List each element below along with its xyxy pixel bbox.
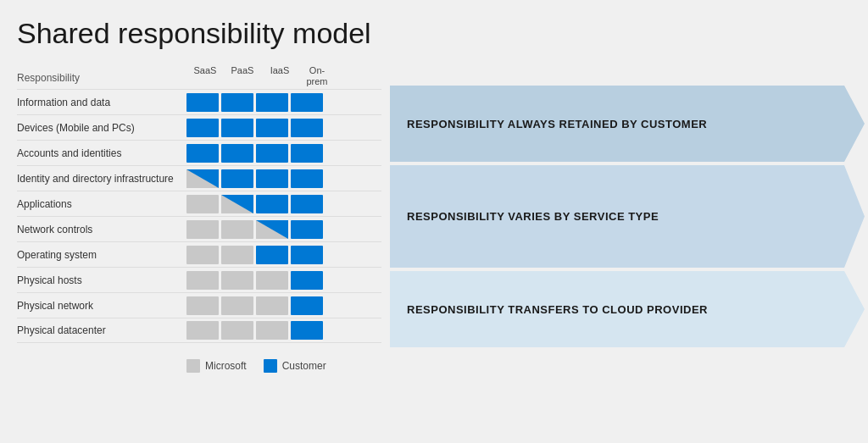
col-header-saas: SaaS (186, 65, 224, 87)
row-cells (186, 246, 356, 264)
table-row: Applications (17, 191, 381, 216)
col-header-iaas: IaaS (261, 65, 298, 87)
row-label: Accounts and identities (17, 147, 186, 159)
cell (291, 220, 323, 239)
table-section: Responsibility SaaS PaaS IaaS On-prem In… (17, 65, 381, 351)
col-header-onprem: On-prem (298, 65, 336, 87)
table-row: Operating system (17, 241, 381, 267)
cell (291, 144, 323, 163)
cell (221, 119, 253, 137)
row-label: Information and data (17, 97, 186, 108)
cell (186, 169, 219, 188)
row-cells (186, 271, 356, 290)
cell (256, 144, 288, 163)
table-rows: Information and dataDevices (Mobile and … (17, 89, 381, 343)
table-row: Identity and directory infrastructure (17, 165, 381, 191)
cell (256, 296, 288, 315)
cell (221, 246, 253, 264)
legend-customer-box (264, 359, 277, 373)
cell (186, 93, 219, 112)
row-cells (186, 296, 356, 315)
row-cells (186, 321, 356, 340)
cell (186, 195, 219, 213)
row-label: Devices (Mobile and PCs) (17, 122, 186, 134)
arrow-label: RESPONSIBILITY ALWAYS RETAINED BY CUSTOM… (390, 118, 741, 130)
cell (221, 321, 253, 340)
col-header-paas: PaaS (224, 65, 261, 87)
page-container: Shared responsibility model Responsibili… (0, 0, 868, 443)
arrow-band: RESPONSIBILITY TRANSFERS TO CLOUD PROVID… (390, 271, 865, 347)
row-cells (186, 93, 356, 112)
cell (186, 271, 219, 290)
legend-microsoft: Microsoft (186, 359, 247, 373)
cell (186, 246, 219, 264)
table-row: Devices (Mobile and PCs) (17, 114, 381, 140)
legend: Microsoft Customer (17, 359, 851, 373)
row-label: Physical network (17, 300, 186, 312)
cell (221, 296, 253, 315)
cell (186, 321, 219, 340)
cell (291, 296, 323, 315)
cell (256, 195, 288, 213)
cell (221, 144, 253, 163)
table-row: Network controls (17, 216, 381, 241)
table-row: Physical hosts (17, 267, 381, 292)
row-cells (186, 144, 356, 163)
cell (256, 271, 288, 290)
cell (256, 119, 288, 137)
legend-microsoft-box (186, 359, 200, 373)
chart-area: Responsibility SaaS PaaS IaaS On-prem In… (17, 65, 851, 351)
cell (221, 169, 253, 188)
cell (186, 119, 219, 137)
row-cells (186, 169, 356, 188)
column-headers: SaaS PaaS IaaS On-prem (186, 65, 356, 87)
row-label: Network controls (17, 224, 186, 235)
table-row: Physical network (17, 292, 381, 318)
cell (291, 195, 323, 213)
arrows-section: RESPONSIBILITY ALWAYS RETAINED BY CUSTOM… (390, 86, 865, 351)
table-row: Information and data (17, 89, 381, 114)
cell (256, 169, 288, 188)
row-label: Applications (17, 198, 186, 210)
row-label: Physical datacenter (17, 324, 186, 336)
cell (291, 119, 323, 137)
cell (291, 321, 323, 340)
legend-customer-label: Customer (282, 360, 326, 372)
cell (256, 321, 288, 340)
cell (291, 169, 323, 188)
row-cells (186, 119, 356, 137)
cell (291, 246, 323, 264)
arrow-band: RESPONSIBILITY VARIES BY SERVICE TYPE (390, 165, 865, 268)
table-row: Physical datacenter (17, 318, 381, 343)
cell (186, 296, 219, 315)
cell (221, 220, 253, 239)
table-header: Responsibility SaaS PaaS IaaS On-prem (17, 65, 381, 87)
cell (256, 246, 288, 264)
cell (291, 93, 323, 112)
cell (221, 271, 253, 290)
cell (221, 195, 253, 213)
responsibility-header: Responsibility (17, 72, 186, 87)
legend-customer: Customer (264, 359, 326, 373)
row-cells (186, 220, 356, 239)
arrow-band: RESPONSIBILITY ALWAYS RETAINED BY CUSTOM… (390, 86, 865, 162)
arrow-label: RESPONSIBILITY TRANSFERS TO CLOUD PROVID… (390, 303, 742, 316)
cell (291, 271, 323, 290)
arrow-label: RESPONSIBILITY VARIES BY SERVICE TYPE (390, 210, 693, 223)
row-label: Physical hosts (17, 274, 186, 286)
row-cells (186, 195, 356, 213)
cell (186, 220, 219, 239)
cell (221, 93, 253, 112)
row-label: Operating system (17, 249, 186, 261)
cell (186, 144, 219, 163)
cell (256, 220, 288, 239)
legend-microsoft-label: Microsoft (205, 360, 247, 372)
page-title: Shared responsibility model (17, 17, 851, 50)
row-label: Identity and directory infrastructure (17, 173, 186, 185)
table-row: Accounts and identities (17, 140, 381, 165)
cell (256, 93, 288, 112)
